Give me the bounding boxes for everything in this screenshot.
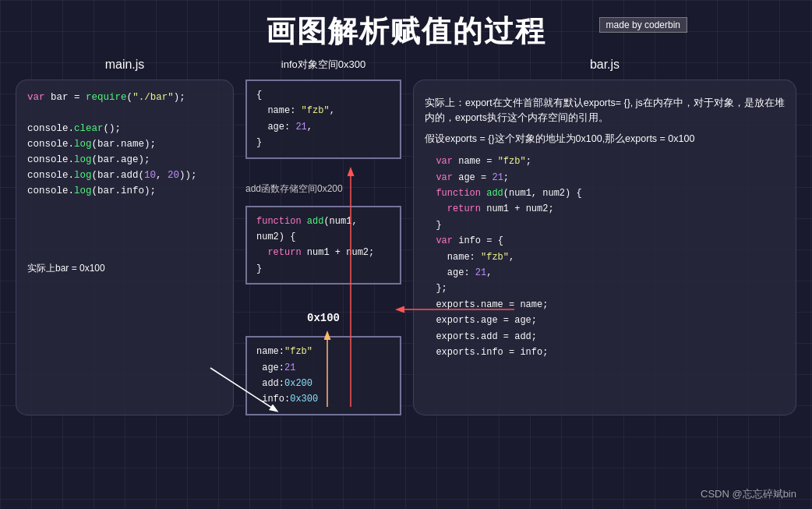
bar-note: 实际上bar = 0x100: [27, 261, 222, 276]
addr-value: 0x100: [245, 312, 401, 324]
bar-note-2: 假设exports = {}这个对象的地址为0x100,那么exports = …: [425, 132, 785, 147]
add-box: function add(num1, num2) { return num1 +…: [245, 206, 401, 285]
add-label: add函数存储空间0x200: [245, 182, 401, 196]
bar-js-code: var name = "fzb"; var age = 21; function…: [425, 154, 785, 360]
info-box-container: { name: "fzb", age: 21, }: [245, 80, 401, 159]
main-title: 画图解析赋值的过程: [266, 15, 546, 48]
bar-js-label: bar.js: [413, 58, 796, 72]
bar-note-1: 实际上：export在文件首部就有默认exports= {}, js在内存中，对…: [425, 96, 785, 125]
addr-box: name:"fzb" age:21 add:0x200 info:0x300: [245, 336, 401, 415]
main-js-code: var bar = require("./bar"); console.clea…: [27, 90, 222, 199]
main-js-panel: var bar = require("./bar"); console.clea…: [16, 80, 234, 415]
subtitle-badge: made by coderbin: [599, 17, 687, 33]
main-js-label: main.js: [16, 58, 234, 72]
info-box: { name: "fzb", age: 21, }: [245, 80, 401, 159]
middle-column: { name: "fzb", age: 21, } add函数存储空间0x200…: [245, 80, 401, 415]
credit-text: CSDN @忘忘碎斌bin: [701, 487, 796, 501]
info-label: info对象空间0x300: [245, 58, 401, 72]
main-layout: var bar = require("./bar"); console.clea…: [0, 76, 812, 419]
title-area: 画图解析赋值的过程 made by coderbin: [0, 0, 812, 51]
bar-js-panel: 实际上：export在文件首部就有默认exports= {}, js在内存中，对…: [413, 80, 796, 415]
